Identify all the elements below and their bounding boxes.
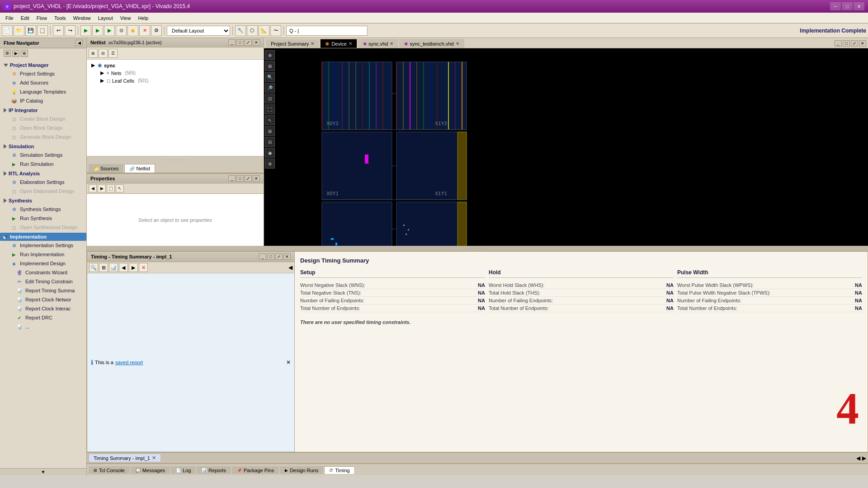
tab-sync-vhd[interactable]: ◈ sync.vhd ✕ (358, 39, 398, 48)
netlist-leaf-cells[interactable]: ▶ ◻ Leaf Cells (501) (89, 77, 262, 84)
timing-back[interactable]: ◀ (119, 263, 128, 272)
save-all-btn[interactable]: 📋 (37, 25, 48, 36)
run-sim-btn[interactable]: ▶ (80, 25, 91, 36)
fn-icon-1[interactable]: ⚙ (4, 50, 11, 57)
nav-item-run-synthesis[interactable]: ▶ Run Synthesis (0, 214, 86, 223)
netlist-tb-3[interactable]: ☰ (108, 49, 118, 58)
new-btn[interactable]: 📄 (2, 25, 13, 36)
menu-edit[interactable]: Edit (17, 14, 33, 22)
timing-collapse-strip[interactable]: · · · · · · · · (87, 246, 868, 251)
dev-auto-fit[interactable]: ⊞ (265, 126, 275, 136)
nav-item-language-templates[interactable]: 💡 Language Templates (0, 87, 86, 96)
prop-btn[interactable]: ⚙ (151, 25, 162, 36)
tab-device[interactable]: ◉ Device ✕ (320, 39, 357, 48)
btab-messages[interactable]: 💬 Messages (131, 466, 170, 474)
nav-item-impl-design[interactable]: ◈ Implemented Design (0, 259, 86, 268)
timing-info-close[interactable]: ✕ (286, 359, 291, 366)
nav-item-elab-settings[interactable]: ⚙ Elaboration Settings (0, 178, 86, 187)
netlist-tab[interactable]: 🔗 Netlist (124, 164, 155, 173)
search-input[interactable] (286, 26, 368, 36)
tab-project-summary[interactable]: Project Summary ✕ (266, 39, 319, 48)
dev-fit[interactable]: ⊡ (265, 94, 275, 103)
netlist-root-sync[interactable]: ▶ ◉ sync (89, 61, 262, 69)
nav-item-report-more[interactable]: 📊 ... (0, 322, 86, 331)
sync-vhd-close[interactable]: ✕ (390, 41, 393, 46)
sync-tb-close[interactable]: ✕ (456, 41, 459, 46)
prog-btn[interactable]: ◉ (127, 25, 138, 36)
btab-design-runs[interactable]: ▶ Design Runs (280, 466, 323, 474)
dev-highlight[interactable]: ◉ (265, 148, 275, 158)
nav-item-run-impl[interactable]: ▶ Run Implementation (0, 250, 86, 259)
timing-fwd[interactable]: ▶ (129, 263, 138, 272)
timing-open-tab[interactable]: Timing Summary - impl_1 ✕ (89, 454, 161, 462)
nav-item-generate-block-design[interactable]: ◻ Generate Block Design (0, 132, 86, 141)
timing-report[interactable]: 📊 (109, 263, 118, 272)
project-summary-close[interactable]: ✕ (311, 41, 314, 46)
nav-item-edit-timing[interactable]: ✏ Edit Timing Constrain (0, 277, 86, 286)
minimize-button[interactable]: ─ (830, 2, 841, 10)
device-close[interactable]: ✕ (349, 41, 352, 46)
impl-btn[interactable]: ▶ (104, 25, 115, 36)
tab-area-close[interactable]: ✕ (859, 40, 866, 47)
nav-section-synthesis-header[interactable]: Synthesis (0, 197, 86, 205)
xdc-btn[interactable]: ✕ (139, 25, 150, 36)
nav-item-synth-settings[interactable]: ⚙ Synthesis Settings (0, 205, 86, 214)
close-button[interactable]: ✕ (854, 2, 864, 10)
nav-section-simulation-header[interactable]: Simulation (0, 142, 86, 150)
netlist-tb-2[interactable]: ⊟ (99, 49, 108, 58)
schematic-btn[interactable]: 📐 (259, 25, 269, 36)
save-btn[interactable]: 💾 (25, 25, 36, 36)
dev-full[interactable]: ⛶ (265, 104, 275, 114)
btab-log[interactable]: 📄 Log (171, 466, 196, 474)
dev-zoom-area[interactable]: ⊕ (265, 50, 275, 60)
timing-refresh[interactable]: ⊞ (99, 263, 108, 272)
fn-icon-2[interactable]: ▶ (12, 50, 19, 57)
nav-section-rtl-header[interactable]: RTL Analysis (0, 169, 86, 178)
nav-item-ip-catalog[interactable]: 📦 IP Catalog (0, 96, 86, 105)
props-maximize[interactable]: □ (236, 175, 244, 182)
nav-item-report-timing[interactable]: 📊 Report Timing Summa (0, 286, 86, 295)
layout-select[interactable]: Default Layout (167, 26, 230, 36)
timing-expand[interactable]: ⤢ (275, 253, 283, 260)
tab-area-expand[interactable]: ⤢ (851, 40, 858, 47)
tab-sync-testbench[interactable]: ◈ sync_testbench.vhd ✕ (399, 39, 464, 48)
menu-flow[interactable]: Flow (33, 14, 51, 22)
redo-btn[interactable]: ↪ (65, 25, 75, 36)
props-fwd[interactable]: ▶ (98, 184, 106, 192)
nav-item-open-elab-design[interactable]: ◻ Open Elaborated Design (0, 187, 86, 196)
nav-item-create-block-design[interactable]: ◻ Create Block Design (0, 114, 86, 123)
route-btn[interactable]: 🔧 (235, 25, 246, 36)
bitstream-btn[interactable]: ⊙ (116, 25, 127, 36)
props-back[interactable]: ◀ (89, 184, 97, 192)
menu-window[interactable]: Window (70, 14, 94, 22)
open-tab-close[interactable]: ✕ (152, 455, 156, 461)
fn-icon-3[interactable]: ⊕ (21, 50, 28, 57)
dev-route2[interactable]: ⊟ (265, 137, 275, 147)
dev-route-btn[interactable]: ⊞ (265, 61, 275, 71)
timing-left-collapse[interactable]: ◀ (288, 264, 292, 271)
btab-tcl-console[interactable]: ⊞ Tcl Console (89, 466, 130, 474)
menu-layout[interactable]: Layout (94, 14, 117, 22)
dev-select[interactable]: ↖ (265, 115, 275, 125)
flow-nav-collapse[interactable]: ◀ (75, 40, 83, 46)
netlist-nets[interactable]: ▶ ≡ Nets (565) (89, 69, 262, 77)
nav-section-impl-header[interactable]: Implementation (0, 233, 86, 241)
dev-zoom-out[interactable]: 🔎 (265, 83, 275, 93)
timing-close[interactable]: ✕ (283, 253, 291, 260)
nav-item-open-synth-design[interactable]: ◻ Open Synthesized Design (0, 223, 86, 232)
timing-zoom-in[interactable]: 🔍 (89, 263, 98, 272)
timing-maximize[interactable]: □ (267, 253, 274, 260)
nav-item-open-block-design[interactable]: ◻ Open Block Design (0, 123, 86, 132)
nav-item-report-clock-int[interactable]: 📊 Report Clock Interac (0, 304, 86, 313)
netlist-maximize[interactable]: □ (236, 39, 244, 46)
nav-scroll-down[interactable]: ▼ (41, 469, 46, 474)
props-minimize[interactable]: _ (228, 175, 236, 182)
netlist-expand[interactable]: ⤢ (245, 39, 252, 46)
wave-btn[interactable]: 〜 (270, 25, 281, 36)
nav-item-run-simulation[interactable]: ▶ Run Simulation (0, 160, 86, 169)
nav-item-report-drc[interactable]: ✔ Report DRC (0, 313, 86, 322)
nav-item-add-sources[interactable]: ⊕ Add Sources (0, 78, 86, 87)
dev-zoom-in[interactable]: 🔍 (265, 72, 275, 82)
nav-item-impl-settings[interactable]: ⚙ Implementation Settings (0, 241, 86, 250)
props-expand[interactable]: ⤢ (245, 175, 252, 182)
